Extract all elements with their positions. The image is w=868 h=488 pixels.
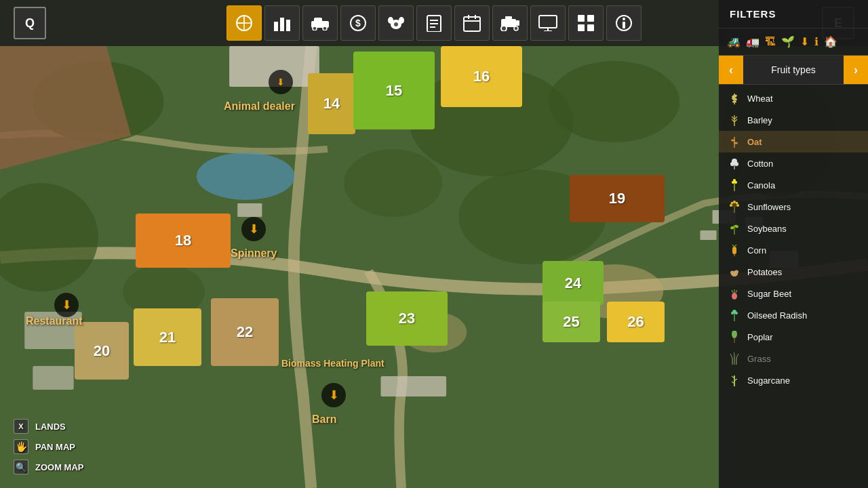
field-18[interactable]: 18 xyxy=(136,214,231,268)
svg-rect-55 xyxy=(578,15,585,22)
fruit-item-grass[interactable]: Grass xyxy=(719,348,868,369)
field-23[interactable]: 23 xyxy=(366,291,448,346)
fruit-item-potatoes[interactable]: Potatoes xyxy=(719,261,868,283)
svg-point-88 xyxy=(731,202,734,205)
filters-header: FILTERS xyxy=(719,0,868,28)
fruit-type-next[interactable]: › xyxy=(844,56,868,84)
toolbar-tractor2-btn[interactable] xyxy=(492,5,528,41)
svg-point-83 xyxy=(732,203,736,207)
svg-rect-51 xyxy=(516,20,519,26)
toolbar-monitor-btn[interactable] xyxy=(530,5,566,41)
toolbar-info-btn[interactable] xyxy=(606,5,642,41)
svg-point-85 xyxy=(736,204,739,207)
toolbar-map-btn[interactable] xyxy=(226,5,262,41)
sugarbeet-icon xyxy=(728,287,741,300)
fruit-item-canola[interactable]: Canola xyxy=(719,174,868,196)
legend-key-x: X xyxy=(14,419,28,434)
toolbar-missions-btn[interactable] xyxy=(416,5,452,41)
field-icon-dealer[interactable]: ⬇ xyxy=(269,70,293,94)
toolbar-calendar-btn[interactable] xyxy=(454,5,490,41)
corn-icon xyxy=(728,244,741,256)
corn-label: Corn xyxy=(747,245,766,256)
field-icon-restaurant[interactable]: ⬇ xyxy=(54,293,79,317)
legend-zoom: 🔍 ZOOM MAP xyxy=(14,460,84,474)
svg-rect-26 xyxy=(274,22,278,31)
canola-label: Canola xyxy=(747,180,775,190)
svg-rect-27 xyxy=(280,18,284,31)
field-24[interactable]: 24 xyxy=(542,261,604,305)
barn-label: Barn xyxy=(312,413,336,426)
toolbar-grid-btn[interactable] xyxy=(568,5,604,41)
svg-line-100 xyxy=(732,290,733,293)
svg-rect-61 xyxy=(623,22,625,28)
svg-point-84 xyxy=(733,201,736,203)
toolbar-money-btn[interactable]: $ xyxy=(340,5,376,41)
svg-point-76 xyxy=(730,162,734,166)
fruit-item-soybeans[interactable]: Soybeans xyxy=(719,218,868,239)
field-22[interactable]: 22 xyxy=(211,298,279,366)
svg-point-36 xyxy=(388,17,393,24)
filter-home-icon[interactable]: 🏠 xyxy=(824,35,837,48)
soybeans-icon xyxy=(728,222,741,235)
sugarbeet-label: Sugar Beet xyxy=(747,289,791,299)
fruit-item-sunflowers[interactable]: Sunflowers xyxy=(719,196,868,218)
svg-point-50 xyxy=(514,26,518,30)
field-icon-barn[interactable]: ⬇ xyxy=(321,383,346,407)
field-26[interactable]: 26 xyxy=(607,302,665,342)
oat-icon xyxy=(728,136,741,148)
legend-key-zoom: 🔍 xyxy=(14,460,28,474)
right-panel: FILTERS 🚜 🚛 🏗 🌱 ⬇ ℹ 🏠 ‹ Fruit types › xyxy=(719,0,868,488)
field-19[interactable]: 19 xyxy=(570,175,665,222)
restaurant-label: Restaurant xyxy=(26,315,83,327)
toolbar-vehicle-btn[interactable] xyxy=(302,5,338,41)
field-icon-spinnery[interactable]: ⬇ xyxy=(241,217,266,241)
fruit-type-prev[interactable]: ‹ xyxy=(719,56,743,84)
wheat-label: Wheat xyxy=(747,94,773,104)
potatoes-icon xyxy=(728,266,741,278)
toolbar-animals-btn[interactable] xyxy=(378,5,414,41)
oilseedradish-label: Oilseed Radish xyxy=(747,310,807,321)
fruit-item-barley[interactable]: Barley xyxy=(719,109,868,131)
fruit-item-cotton[interactable]: Cotton xyxy=(719,152,868,174)
svg-point-105 xyxy=(731,312,734,314)
fruit-item-corn[interactable]: Corn xyxy=(719,239,868,261)
potatoes-label: Potatoes xyxy=(747,267,782,277)
svg-point-98 xyxy=(734,270,738,274)
oilseedradish-icon xyxy=(728,309,741,321)
filter-tractor-icon[interactable]: 🚜 xyxy=(727,35,741,48)
legend-pan: 🖐 PAN MAP xyxy=(14,439,84,454)
filter-truck-icon[interactable]: 🚛 xyxy=(746,35,760,48)
svg-rect-28 xyxy=(286,20,290,31)
field-15[interactable]: 15 xyxy=(353,52,435,129)
fruit-item-oilseedradish[interactable]: Oilseed Radish xyxy=(719,304,868,326)
toolbar-stats-btn[interactable] xyxy=(264,5,300,41)
svg-text:$: $ xyxy=(355,18,361,28)
sunflowers-icon xyxy=(728,201,741,213)
grass-label: Grass xyxy=(747,354,771,364)
svg-rect-48 xyxy=(505,16,512,21)
field-16[interactable]: 16 xyxy=(441,46,522,107)
fruit-item-wheat[interactable]: Wheat xyxy=(719,87,868,109)
field-21[interactable]: 21 xyxy=(134,308,201,366)
fruit-item-poplar[interactable]: Poplar xyxy=(719,326,868,348)
fruit-item-sugarcane[interactable]: Sugarcane xyxy=(719,369,868,391)
fruit-item-sugarbeet[interactable]: Sugar Beet xyxy=(719,283,868,304)
svg-line-95 xyxy=(734,245,736,247)
sugarcane-icon xyxy=(728,374,741,386)
filter-info-icon[interactable]: ℹ xyxy=(814,35,818,48)
fruit-item-oat[interactable]: Oat xyxy=(719,131,868,152)
field-20[interactable]: 20 xyxy=(75,322,129,380)
filter-plant-icon[interactable]: 🌱 xyxy=(781,35,795,48)
sugarcane-label: Sugarcane xyxy=(747,375,790,386)
svg-rect-15 xyxy=(700,230,716,240)
svg-point-32 xyxy=(323,26,327,30)
filter-download-icon[interactable]: ⬇ xyxy=(800,35,809,48)
field-25[interactable]: 25 xyxy=(542,302,600,342)
filter-building-icon[interactable]: 🏗 xyxy=(765,36,776,48)
svg-point-60 xyxy=(623,18,625,20)
q-button[interactable]: Q xyxy=(14,7,46,39)
wheat-icon xyxy=(728,92,741,104)
animal-dealer-label: Animal dealer xyxy=(224,100,295,113)
svg-point-1 xyxy=(197,152,295,200)
field-14[interactable]: 14 xyxy=(308,73,355,134)
